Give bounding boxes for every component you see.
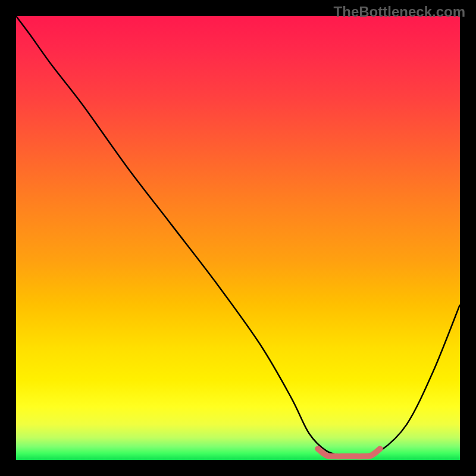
chart-svg	[16, 16, 460, 460]
attribution-label: TheBottleneck.com	[334, 4, 465, 20]
chart-plot-area	[16, 16, 460, 460]
bottleneck-curve-path	[16, 16, 460, 456]
optimal-range-marker-path	[318, 449, 380, 456]
